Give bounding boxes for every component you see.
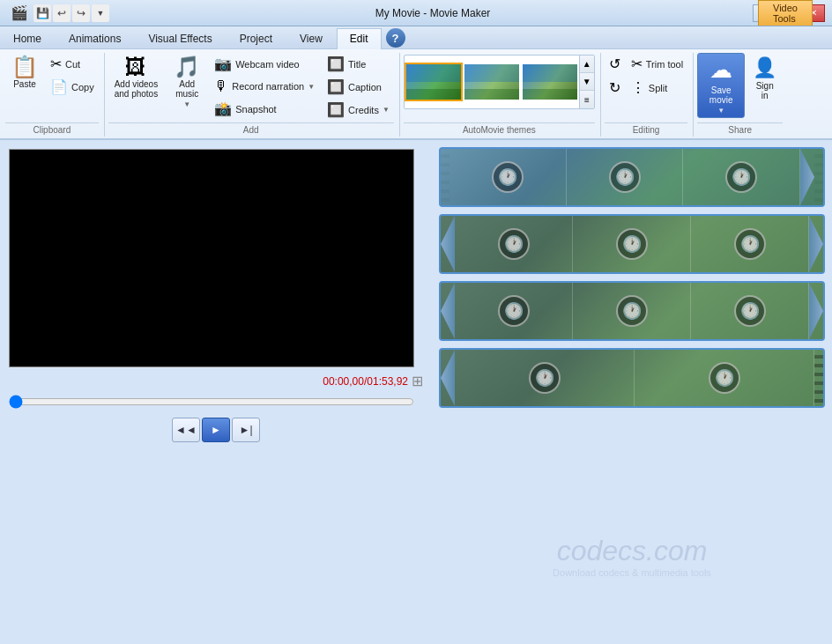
- strip-1-seg-1: 🕐: [449, 149, 567, 205]
- signin-icon: 👤: [753, 56, 776, 79]
- caption-button[interactable]: 🔲 Caption: [323, 76, 394, 98]
- paste-button[interactable]: 📋 Paste: [5, 53, 44, 93]
- strip-2-clock-3: 🕐: [734, 228, 766, 260]
- record-narration-label: Record narration: [232, 81, 304, 92]
- snapshot-icon: 📸: [214, 100, 232, 117]
- copy-label: Copy: [71, 82, 94, 93]
- theme-2-canvas: [464, 64, 521, 101]
- title-icon: 🔲: [327, 56, 345, 72]
- credits-icon: 🔲: [327, 101, 345, 118]
- sign-in-button[interactable]: 👤 Sign in: [747, 53, 783, 104]
- editing-trim-buttons: ✂ Trim tool ⋮ Split: [627, 53, 687, 99]
- strip-1-seg-2: 🕐: [567, 149, 684, 205]
- save-movie-button[interactable]: ☁ Save movie ▼: [697, 53, 745, 118]
- film-strip-1[interactable]: 🕐 🕐 🕐: [439, 147, 825, 207]
- text-stack: 🔲 Title 🔲 Caption 🔲 Credits ▼: [323, 53, 394, 121]
- themes-scroll-down[interactable]: ▼: [580, 73, 594, 91]
- themes-scroll: ▲ ▼ ≡: [579, 56, 594, 108]
- tab-project[interactable]: Project: [227, 28, 286, 48]
- main-area: 00:00,00/01:53,92 ⊞ ◄◄ ► ►| 🕐 🕐 🕐: [0, 140, 832, 644]
- strip-3-seg-2: 🕐: [573, 283, 691, 339]
- help-button[interactable]: ?: [386, 28, 405, 48]
- rotate-right-button[interactable]: ↻: [605, 77, 625, 99]
- add-media-stack: 📷 Webcam video 🎙 Record narration ▼ 📸 Sn…: [210, 53, 319, 120]
- strip-3-seg-3: 🕐: [691, 283, 809, 339]
- theme-item-1[interactable]: [405, 63, 463, 101]
- credits-button[interactable]: 🔲 Credits ▼: [323, 99, 394, 121]
- film-strip-4[interactable]: 🕐 🕐: [439, 348, 825, 408]
- record-narration-button[interactable]: 🎙 Record narration ▼: [210, 76, 319, 97]
- copy-button[interactable]: 📄 Copy: [46, 76, 99, 98]
- qat-dropdown-button[interactable]: ▼: [92, 4, 109, 22]
- title-button[interactable]: 🔲 Title: [323, 53, 394, 75]
- strip-1-clock-3: 🕐: [725, 161, 757, 193]
- snapshot-label: Snapshot: [235, 104, 276, 115]
- strip-3-clock-1: 🕐: [498, 295, 530, 327]
- quick-access-toolbar: 🎬 💾 ↩ ↪ ▼: [7, 4, 113, 22]
- prev-frame-button[interactable]: ◄◄: [172, 418, 200, 442]
- caption-icon: 🔲: [327, 78, 345, 95]
- webcam-label: Webcam video: [235, 59, 300, 70]
- tab-animations[interactable]: Animations: [56, 28, 134, 48]
- next-frame-button[interactable]: ►|: [232, 418, 260, 442]
- theme-item-2[interactable]: [463, 63, 521, 101]
- editing-buttons: ↺ ↻: [605, 53, 625, 99]
- undo-qat-button[interactable]: ↩: [53, 4, 71, 22]
- split-button[interactable]: ⋮ Split: [627, 77, 687, 99]
- window-title: My Movie - Movie Maker: [113, 7, 753, 19]
- add-videos-icon: 🖼: [125, 56, 146, 78]
- copy-icon: 📄: [50, 78, 68, 95]
- tab-view[interactable]: View: [286, 28, 336, 48]
- add-group: 🖼 Add videos and photos 🎵 Add music ▼ 📷 …: [107, 53, 400, 137]
- strip-2-seg-1: 🕐: [455, 216, 573, 272]
- expand-button[interactable]: ⊞: [412, 373, 423, 389]
- theme-item-3[interactable]: [521, 63, 579, 101]
- add-group-label: Add: [108, 122, 394, 137]
- strip-1-clock-1: 🕐: [492, 161, 524, 193]
- signin-label: Sign in: [756, 81, 774, 100]
- watermark: codecs.com Download codecs & multimedia …: [553, 535, 711, 578]
- themes-scroll-up[interactable]: ▲: [580, 56, 594, 73]
- automovie-label: AutoMovie themes: [404, 122, 595, 137]
- film-strip-2[interactable]: 🕐 🕐 🕐: [439, 214, 825, 274]
- play-button[interactable]: ►: [202, 418, 230, 442]
- redo-qat-button[interactable]: ↪: [72, 4, 90, 22]
- strip-1-clock-2: 🕐: [609, 161, 641, 193]
- themes-scroll-more[interactable]: ≡: [580, 91, 594, 108]
- preview-panel: 00:00,00/01:53,92 ⊞ ◄◄ ► ►|: [0, 140, 432, 644]
- strip-4-sprocket-right: [814, 350, 823, 406]
- share-label: Share: [697, 122, 783, 137]
- share-group: ☁ Save movie ▼ 👤 Sign in Share: [695, 53, 788, 137]
- cut-copy-stack: ✂ Cut 📄 Copy: [46, 53, 99, 98]
- add-music-button[interactable]: 🎵 Add music ▼: [167, 53, 206, 112]
- timeline-scrubber[interactable]: [9, 395, 414, 409]
- video-tools-label: Video Tools: [758, 0, 813, 26]
- title-label: Title: [348, 59, 366, 70]
- add-videos-button[interactable]: 🖼 Add videos and photos: [108, 53, 165, 102]
- save-qat-button[interactable]: 💾: [33, 4, 51, 22]
- share-group-content: ☁ Save movie ▼ 👤 Sign in: [697, 53, 783, 121]
- cut-icon: ✂: [50, 56, 62, 72]
- trim-tool-button[interactable]: ✂ Trim tool: [627, 53, 687, 75]
- credits-dropdown-icon: ▼: [383, 106, 390, 114]
- tab-edit[interactable]: Edit: [337, 28, 382, 49]
- cut-button[interactable]: ✂ Cut: [46, 53, 99, 75]
- snapshot-button[interactable]: 📸 Snapshot: [210, 98, 319, 120]
- save-movie-label: Save movie: [709, 85, 733, 105]
- film-strip-3[interactable]: 🕐 🕐 🕐: [439, 281, 825, 341]
- clipboard-group-content: 📋 Paste ✂ Cut 📄 Copy: [5, 53, 99, 121]
- tab-visual-effects[interactable]: Visual Effects: [135, 28, 225, 48]
- add-videos-label: Add videos and photos: [115, 79, 159, 99]
- strip-2-seg-2: 🕐: [573, 216, 691, 272]
- split-label: Split: [649, 83, 667, 93]
- strip-2-clock-2: 🕐: [616, 228, 648, 260]
- watermark-sub-text: Download codecs & multimedia tools: [553, 567, 711, 578]
- strip-4-seg-2: 🕐: [635, 350, 814, 406]
- rotate-left-button[interactable]: ↺: [605, 53, 625, 75]
- tab-home[interactable]: Home: [0, 28, 55, 48]
- split-icon: ⋮: [631, 79, 645, 96]
- paste-icon: 📋: [11, 56, 38, 78]
- strip-4-clock-1: 🕐: [529, 362, 561, 394]
- themes-gallery: ▲ ▼ ≡: [404, 55, 595, 109]
- webcam-button[interactable]: 📷 Webcam video: [210, 53, 319, 75]
